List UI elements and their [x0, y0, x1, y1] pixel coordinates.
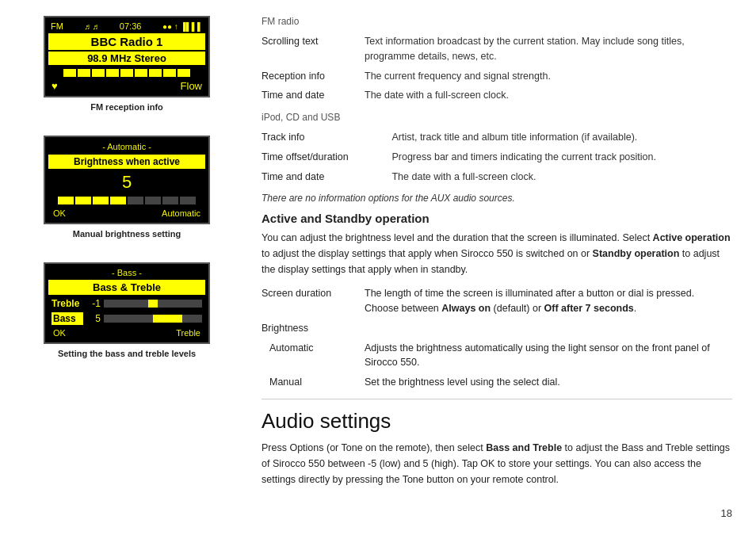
fm-device-block: FM ♬ ♬ 07:36 ●● ↑ ▐▌▌▌ BBC Radio 1 98.9 …: [24, 16, 230, 112]
bar-7: [149, 69, 162, 77]
fm-radio-label: FM radio: [262, 16, 732, 27]
term: Scrolling text: [262, 32, 365, 67]
bar-2: [78, 69, 90, 77]
term: Time and date: [262, 86, 365, 105]
left-panel: FM ♬ ♬ 07:36 ●● ↑ ▐▌▌▌ BBC Radio 1 98.9 …: [0, 0, 246, 535]
term: Reception info: [262, 67, 365, 86]
treble-bar: [104, 300, 202, 308]
fm-station: BBC Radio 1: [48, 33, 205, 50]
bass-caption: Setting the bass and treble levels: [58, 349, 196, 358]
active-standby-desc: You can adjust the brightness level and …: [262, 230, 732, 277]
fm-bottom: ♥ Flow: [48, 79, 205, 93]
bass-val: 5: [86, 313, 101, 324]
brightness-manual-label: Manual: [262, 373, 365, 392]
bar-6: [135, 69, 147, 77]
table-row: Scrolling textText information broadcast…: [262, 32, 732, 67]
def: Text information broadcast by the curren…: [365, 32, 732, 67]
term: Time and date: [262, 167, 391, 187]
bass-treble-btn: Treble: [176, 328, 200, 338]
ipod-label: iPod, CD and USB: [262, 112, 732, 123]
fm-signal-icon: ♬ ♬: [84, 22, 98, 31]
treble-bar-fill: [148, 300, 158, 308]
brightness-manual-def: Set the brightness level using the selec…: [365, 373, 732, 392]
ipod-info-table: Track infoArtist, track title and album …: [262, 128, 732, 186]
brightness-screen: - Automatic - Brightness when active 5 O…: [44, 136, 210, 224]
audio-settings-title: Audio settings: [262, 409, 732, 434]
table-row: Reception infoThe current frequency and …: [262, 67, 732, 86]
bbar-3: [93, 197, 109, 204]
bar-1: [63, 69, 76, 77]
bbar-4: [110, 197, 126, 204]
bass-screen: - Bass - Bass & Treble Treble -1 Bass 5 …: [44, 262, 210, 344]
brightness-manual-row: Manual Set the brightness level using th…: [262, 373, 732, 392]
bbar-5: [128, 197, 143, 204]
bass-device-block: - Bass - Bass & Treble Treble -1 Bass 5 …: [24, 262, 230, 358]
treble-val: -1: [86, 298, 101, 309]
fm-flow-label: Flow: [181, 80, 202, 92]
bar-5: [120, 69, 133, 77]
fm-info-table: Scrolling textText information broadcast…: [262, 32, 732, 105]
bass-bar-fill: [153, 315, 182, 323]
right-panel: FM radio Scrolling textText information …: [246, 0, 756, 535]
bright-bar-row: [48, 194, 205, 207]
bar-3: [92, 69, 105, 77]
table-row: Time and dateThe date with a full-screen…: [262, 86, 732, 105]
bright-auto-label: - Automatic -: [48, 140, 205, 153]
brightness-term: Brightness: [262, 319, 365, 338]
bbar-7: [162, 197, 178, 204]
bar-9: [178, 69, 190, 77]
bbar-1: [58, 197, 74, 204]
bass-row: Bass 5: [48, 311, 205, 327]
treble-row: Treble -1: [48, 296, 205, 311]
table-row: Time offset/durationProgress bar and tim…: [262, 147, 732, 167]
bass-top-label: - Bass -: [48, 267, 205, 278]
term: Time offset/duration: [262, 147, 391, 167]
bass-bar: [104, 315, 202, 323]
brightness-caption: Manual brightness setting: [73, 229, 181, 239]
brightness-auto-def: Adjusts the brightness automatically usi…: [365, 338, 732, 373]
fm-label: FM: [51, 21, 63, 31]
fm-time: 07:36: [120, 21, 142, 31]
brightness-row: Brightness: [262, 319, 732, 338]
audio-settings-desc: Press Options (or Tone on the remote), t…: [262, 440, 732, 487]
bass-ok-label: OK: [53, 328, 66, 338]
table-row: Time and dateThe date with a full-screen…: [262, 167, 732, 187]
screen-duration-term: Screen duration: [262, 284, 365, 319]
def: Progress bar and timers indicating the c…: [391, 147, 732, 167]
treble-label: Treble: [52, 298, 83, 309]
brightness-auto-row: Automatic Adjusts the brightness automat…: [262, 338, 732, 373]
bbar-2: [75, 197, 91, 204]
bass-bottom: OK Treble: [48, 327, 205, 339]
bbar-6: [145, 197, 161, 204]
bright-bottom: OK Automatic: [48, 207, 205, 220]
brightness-auto-label: Automatic: [262, 338, 365, 373]
active-standby-title: Active and Standby operation: [262, 212, 732, 225]
bbar-8: [180, 197, 196, 204]
page-number: 18: [721, 507, 732, 519]
screen-duration-row: Screen duration The length of time the s…: [262, 284, 732, 319]
screen-duration-def: The length of time the screen is illumin…: [365, 284, 732, 319]
brightness-desc-table: Screen duration The length of time the s…: [262, 284, 732, 392]
def: Artist, track title and album title info…: [391, 128, 732, 147]
term: Track info: [262, 128, 391, 147]
def: The current frequency and signal strengt…: [365, 67, 732, 86]
fm-screen: FM ♬ ♬ 07:36 ●● ↑ ▐▌▌▌ BBC Radio 1 98.9 …: [44, 16, 210, 97]
brightness-device-block: - Automatic - Brightness when active 5 O…: [24, 136, 230, 239]
bass-label: Bass: [52, 312, 83, 325]
bar-4: [106, 69, 119, 77]
table-row: Track infoArtist, track title and album …: [262, 128, 732, 147]
fm-caption: FM reception info: [90, 102, 163, 112]
bright-number: 5: [48, 170, 205, 194]
bass-title-main: Bass & Treble: [48, 280, 205, 295]
divider: [262, 399, 732, 399]
bright-automatic-label: Automatic: [162, 208, 200, 218]
bright-ok-label: OK: [53, 208, 66, 218]
fm-heart-icon: ♥: [52, 80, 58, 92]
fm-top-bar: FM ♬ ♬ 07:36 ●● ↑ ▐▌▌▌: [48, 21, 205, 32]
def: The date with a full-screen clock.: [365, 86, 732, 105]
fm-signal-bar: [48, 67, 205, 79]
bar-8: [163, 69, 176, 77]
aux-note: There are no information options for the…: [262, 193, 732, 204]
brightness-def: [365, 319, 732, 338]
def: The date with a full-screen clock.: [391, 167, 732, 187]
